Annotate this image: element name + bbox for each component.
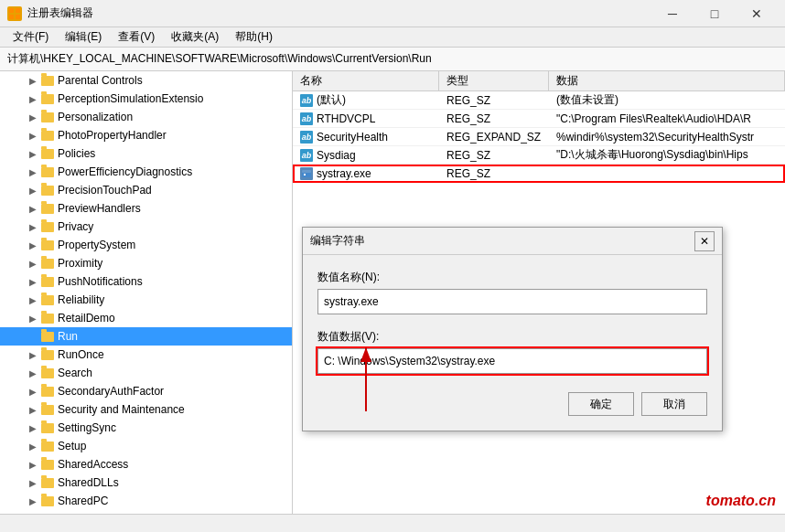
title-bar: 注册表编辑器 ─ □ ✕ [0, 0, 785, 27]
row-name: systray.exe [293, 166, 439, 181]
dialog-title-bar: 编辑字符串 ✕ [303, 228, 722, 255]
expand-icon: ▶ [26, 110, 40, 124]
tree-label: Privacy [58, 220, 93, 233]
expand-icon: ▶ [26, 420, 40, 435]
folder-icon [40, 110, 55, 124]
window-controls: ─ □ ✕ [651, 0, 778, 27]
col-data[interactable]: 数据 [549, 71, 785, 90]
expand-icon: ▶ [26, 366, 40, 380]
col-name[interactable]: 名称 [293, 71, 439, 90]
tree-item-property[interactable]: ▶ PropertySystem [0, 236, 292, 254]
tree-label: Search [58, 367, 92, 379]
tree-item-preview[interactable]: ▶ PreviewHandlers [0, 199, 292, 218]
tree-label: SharedDLLs [58, 476, 119, 489]
svg-rect-1 [16, 8, 20, 13]
tree-item-privacy[interactable]: ▶ Privacy [0, 218, 292, 236]
table-row[interactable]: ab Sysdiag REG_SZ "D:\火城杀毒\Huorong\Sysdi… [293, 146, 785, 165]
tree-label: Proximity [58, 257, 102, 270]
svg-rect-6 [304, 174, 306, 176]
ok-button[interactable]: 确定 [568, 392, 634, 416]
tree-label: Run [58, 330, 78, 343]
tree-item-search[interactable]: ▶ Search [0, 364, 292, 382]
table-row[interactable]: ab RTHDVCPL REG_SZ "C:\Program Files\Rea… [293, 110, 785, 128]
tree-item-policies[interactable]: ▶ Policies [0, 144, 292, 163]
status-bar [0, 514, 785, 532]
folder-icon [40, 494, 55, 508]
menu-view[interactable]: 查看(V) [111, 27, 162, 47]
folder-icon [40, 457, 55, 472]
folder-icon [40, 73, 55, 88]
table-row[interactable]: ab (默认) REG_SZ (数值未设置) [293, 91, 785, 110]
app-icon [7, 6, 22, 21]
reg-value-icon: ab [300, 94, 313, 107]
name-input[interactable] [317, 289, 707, 314]
tree-label: PropertySystem [58, 239, 135, 251]
row-data [549, 173, 785, 175]
tree-label: SecondaryAuthFactor [58, 385, 164, 398]
tree-label: SettingSync [58, 421, 116, 434]
table-row[interactable]: ab SecurityHealth REG_EXPAND_SZ %windir%… [293, 128, 785, 146]
tree-item-photo[interactable]: ▶ PhotoPropertyHandler [0, 126, 292, 144]
dialog-buttons: 确定 取消 [317, 392, 707, 416]
menu-file[interactable]: 文件(F) [5, 27, 56, 47]
tree-item-runonce[interactable]: ▶ RunOnce [0, 346, 292, 364]
tree-item-security[interactable]: ▶ Security and Maintenance [0, 400, 292, 419]
tree-item-sharedpc[interactable]: ▶ SharedPC [0, 492, 292, 510]
menu-edit[interactable]: 编辑(E) [58, 27, 109, 47]
tree-item-perception[interactable]: ▶ PerceptionSimulationExtensio [0, 90, 292, 108]
expand-icon: ▶ [26, 384, 40, 399]
tree-item-secondary[interactable]: ▶ SecondaryAuthFactor [0, 382, 292, 400]
expand-icon: ▶ [26, 293, 40, 307]
expand-icon: ▶ [26, 219, 40, 234]
row-type: REG_SZ [439, 148, 549, 163]
tree-label: SharedAccess [58, 458, 128, 471]
tree-item-run[interactable]: Run [0, 327, 292, 346]
reg-value-icon: ab [300, 131, 313, 144]
registry-tree[interactable]: ▶ Parental Controls ▶ PerceptionSimulati… [0, 71, 293, 514]
tree-item-precision[interactable]: ▶ PrecisionTouchPad [0, 181, 292, 199]
expand-icon: ▶ [26, 165, 40, 179]
dialog-close-button[interactable]: ✕ [694, 231, 715, 251]
expand-icon: ▶ [26, 274, 40, 289]
folder-icon [40, 475, 55, 490]
tree-label: PhotoPropertyHandler [58, 129, 167, 142]
close-button[interactable]: ✕ [736, 0, 778, 27]
expand-icon: ▶ [26, 91, 40, 106]
dialog-body: 数值名称(N): 数值数据(V): 确定 取消 [303, 255, 722, 431]
expand-icon: ▶ [26, 201, 40, 216]
tree-item-retail[interactable]: ▶ RetailDemo [0, 309, 292, 327]
table-row-systray[interactable]: systray.exe REG_SZ [293, 165, 785, 183]
expand-icon: ▶ [26, 402, 40, 417]
cancel-button[interactable]: 取消 [641, 392, 707, 416]
tree-item-power[interactable]: ▶ PowerEfficiencyDiagnostics [0, 163, 292, 181]
minimize-button[interactable]: ─ [651, 0, 694, 27]
tree-item-push[interactable]: ▶ PushNotifications [0, 272, 292, 291]
expand-icon: ▶ [26, 238, 40, 252]
tree-item-shareddlls[interactable]: ▶ SharedDLLs [0, 473, 292, 492]
window-title: 注册表编辑器 [27, 5, 93, 21]
tree-item-personalization[interactable]: ▶ Personalization [0, 108, 292, 126]
maximize-button[interactable]: □ [694, 0, 736, 27]
tree-label: PerceptionSimulationExtensio [58, 92, 203, 105]
menu-favorites[interactable]: 收藏夹(A) [164, 27, 226, 47]
tree-item-parental-controls[interactable]: ▶ Parental Controls [0, 71, 292, 90]
folder-icon [40, 439, 55, 453]
tree-item-reliability[interactable]: ▶ Reliability [0, 291, 292, 309]
tree-item-setup[interactable]: ▶ Setup [0, 437, 292, 455]
menu-help[interactable]: 帮助(H) [228, 27, 280, 47]
expand-icon: ▶ [26, 146, 40, 161]
value-input[interactable] [317, 348, 707, 374]
folder-icon [40, 201, 55, 216]
svg-rect-2 [9, 15, 14, 19]
tree-item-proximity[interactable]: ▶ Proximity [0, 254, 292, 272]
folder-icon [40, 91, 55, 106]
tree-label: PushNotifications [58, 275, 143, 288]
expand-icon: ▶ [26, 475, 40, 490]
tree-item-settingsync[interactable]: ▶ SettingSync [0, 419, 292, 437]
folder-icon [40, 293, 55, 307]
folder-icon [40, 311, 55, 325]
tree-item-sharedaccess[interactable]: ▶ SharedAccess [0, 455, 292, 473]
col-type[interactable]: 类型 [439, 71, 549, 90]
row-data: "D:\火城杀毒\Huorong\Sysdiag\bin\Hips [549, 146, 785, 164]
folder-icon [40, 274, 55, 289]
